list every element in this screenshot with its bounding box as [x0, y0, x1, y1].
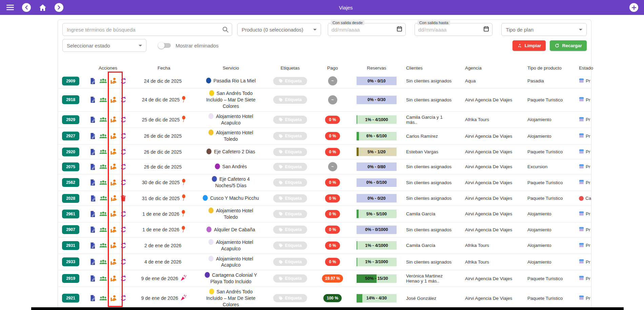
etiqueta-chip[interactable]: Etiqueta [273, 241, 307, 250]
clients-group-icon[interactable] [99, 149, 107, 155]
etiqueta-chip[interactable]: Etiqueta [273, 274, 307, 283]
sync-icon[interactable] [120, 226, 127, 233]
edit-document-icon[interactable] [89, 242, 96, 249]
add-icon[interactable] [629, 3, 639, 12]
clients-group-icon[interactable] [99, 295, 107, 301]
calendar-icon[interactable] [484, 26, 489, 33]
assign-client-icon[interactable] [110, 116, 117, 123]
search-input[interactable] [62, 23, 232, 36]
date-from-field[interactable]: Con salida desde [328, 23, 406, 36]
home-icon[interactable] [38, 3, 47, 12]
assign-client-icon[interactable] [110, 258, 117, 266]
sync-icon[interactable] [120, 78, 127, 84]
etiqueta-chip[interactable]: Etiqueta [273, 178, 307, 187]
edit-document-icon[interactable] [89, 116, 96, 123]
sync-icon[interactable] [120, 163, 127, 170]
edit-document-icon[interactable] [89, 226, 96, 233]
clients-group-icon[interactable] [100, 195, 107, 201]
clients-group-icon[interactable] [99, 117, 107, 122]
assign-client-icon[interactable] [110, 77, 117, 84]
sync-icon[interactable] [120, 295, 127, 302]
date-to-input[interactable] [418, 27, 484, 33]
trip-id-badge[interactable]: 2075 [62, 162, 79, 171]
trip-id-badge[interactable]: 2907 [62, 225, 79, 234]
show-deleted-toggle[interactable] [159, 43, 171, 48]
clients-group-icon[interactable] [99, 243, 107, 248]
etiqueta-chip[interactable]: Etiqueta [273, 226, 307, 234]
sync-icon[interactable] [120, 149, 127, 155]
sync-icon[interactable] [120, 258, 127, 265]
trip-id-badge[interactable]: 2028 [62, 194, 79, 203]
trip-id-badge[interactable]: 2909 [62, 77, 79, 85]
clients-group-icon[interactable] [99, 180, 107, 186]
edit-document-icon[interactable] [89, 163, 96, 170]
edit-document-icon[interactable] [89, 275, 96, 282]
etiqueta-chip[interactable]: Etiqueta [273, 163, 307, 171]
delete-icon[interactable] [120, 195, 126, 201]
edit-document-icon[interactable] [89, 179, 96, 186]
edit-document-icon[interactable] [89, 133, 96, 139]
date-to-field[interactable]: Con salida hasta [415, 23, 492, 36]
trip-id-badge[interactable]: 2929 [62, 115, 79, 124]
sync-icon[interactable] [120, 133, 127, 139]
edit-document-icon[interactable] [89, 96, 96, 103]
trip-id-badge[interactable]: 2919 [62, 274, 79, 283]
etiqueta-chip[interactable]: Etiqueta [273, 96, 307, 104]
etiqueta-chip[interactable]: Etiqueta [273, 116, 307, 124]
trip-id-badge[interactable]: 2961 [62, 210, 79, 218]
trip-id-badge[interactable]: 2562 [62, 178, 79, 187]
clients-group-icon[interactable] [99, 259, 107, 265]
etiqueta-chip[interactable]: Etiqueta [273, 77, 307, 85]
menu-icon[interactable] [5, 3, 15, 12]
clients-group-icon[interactable] [99, 211, 107, 217]
clients-group-icon[interactable] [99, 78, 107, 84]
sync-icon[interactable] [120, 96, 127, 103]
assign-client-icon[interactable] [110, 195, 117, 202]
assign-client-icon[interactable] [110, 133, 117, 140]
plan-type-dropdown[interactable]: Tipo de plan [501, 23, 587, 36]
edit-document-icon[interactable] [89, 149, 96, 155]
etiqueta-chip[interactable]: Etiqueta [273, 194, 307, 202]
assign-client-icon[interactable] [110, 210, 117, 217]
edit-document-icon[interactable] [89, 211, 96, 217]
assign-client-icon[interactable] [110, 295, 117, 302]
trip-id-badge[interactable]: 2927 [62, 132, 79, 140]
assign-client-icon[interactable] [110, 275, 117, 282]
assign-client-icon[interactable] [110, 179, 117, 186]
trip-id-badge[interactable]: 2933 [62, 257, 79, 266]
edit-document-icon[interactable] [89, 258, 96, 265]
etiqueta-chip[interactable]: Etiqueta [273, 210, 307, 218]
trip-id-badge[interactable]: 2920 [62, 148, 79, 156]
etiqueta-chip[interactable]: Etiqueta [273, 294, 307, 302]
sync-icon[interactable] [120, 211, 127, 217]
etiqueta-chip[interactable]: Etiqueta [273, 132, 307, 140]
trip-id-badge[interactable]: 2918 [62, 95, 79, 104]
assign-client-icon[interactable] [110, 242, 117, 249]
clients-group-icon[interactable] [99, 97, 107, 103]
edit-document-icon[interactable] [89, 78, 96, 84]
back-icon[interactable] [22, 3, 31, 12]
sync-icon[interactable] [120, 116, 127, 123]
assign-client-icon[interactable] [110, 163, 117, 170]
clients-group-icon[interactable] [99, 276, 107, 282]
sync-icon[interactable] [120, 242, 127, 249]
assign-client-icon[interactable] [110, 226, 117, 233]
clients-group-icon[interactable] [99, 164, 107, 170]
etiqueta-chip[interactable]: Etiqueta [273, 148, 307, 156]
sync-icon[interactable] [120, 179, 127, 186]
sync-icon[interactable] [120, 275, 127, 282]
calendar-icon[interactable] [397, 26, 402, 33]
clients-group-icon[interactable] [99, 227, 107, 233]
etiqueta-chip[interactable]: Etiqueta [273, 258, 307, 266]
forward-icon[interactable] [54, 3, 64, 12]
assign-client-icon[interactable] [110, 148, 117, 155]
edit-document-icon[interactable] [90, 195, 97, 202]
state-dropdown[interactable]: Seleccionar estado [62, 39, 146, 52]
clients-group-icon[interactable] [99, 133, 107, 139]
trip-id-badge[interactable]: 2921 [62, 294, 79, 303]
date-from-input[interactable] [331, 27, 397, 33]
edit-document-icon[interactable] [89, 295, 96, 302]
reload-button[interactable]: Recargar [550, 40, 587, 51]
clear-button[interactable]: Limpiar [512, 40, 546, 51]
product-dropdown[interactable]: Producto (0 seleccionados) [237, 23, 321, 36]
